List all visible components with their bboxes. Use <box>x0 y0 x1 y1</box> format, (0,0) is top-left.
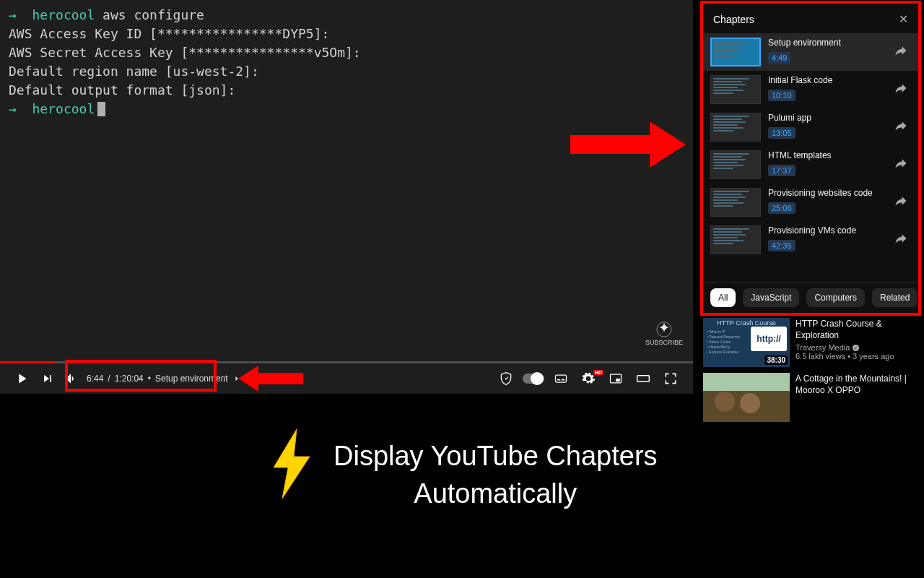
play-button[interactable] <box>9 371 35 387</box>
total-time: 1:20:04 <box>115 374 144 384</box>
shield-icon[interactable] <box>492 371 520 386</box>
chapters-title: Chapters <box>713 14 754 25</box>
prompt-user: herocool <box>32 7 95 22</box>
chapter-thumbnail <box>710 113 761 142</box>
next-button[interactable] <box>35 371 61 386</box>
terminal-cursor <box>97 102 105 116</box>
chapter-row[interactable]: Pulumi app 13:05 <box>703 108 918 146</box>
svg-rect-11 <box>703 373 790 391</box>
chapter-timestamp: 4:49 <box>768 52 790 64</box>
chapters-panel: Chapters ✕ Setup environment 4:49 Initia… <box>703 4 918 313</box>
terminal-line: AWS Secret Access Key [****************v… <box>9 43 361 62</box>
chapter-title: Pulumi app <box>768 113 886 123</box>
chapter-thumbnail <box>710 38 761 66</box>
prompt-arrow: → <box>9 7 17 22</box>
suggested-title: A Cottage in the Mountains! | Mooroo X O… <box>796 373 921 396</box>
chapter-timestamp: 42:35 <box>768 240 796 251</box>
chapter-row[interactable]: HTML templates 17:37 <box>703 146 918 184</box>
lightning-icon <box>266 428 317 509</box>
suggested-video-row[interactable]: A Cottage in the Mountains! | Mooroo X O… <box>703 373 921 422</box>
svg-rect-3 <box>562 379 565 381</box>
suggested-title: HTTP Crash Course & Exploration <box>796 318 921 341</box>
chapter-timestamp: 17:37 <box>768 165 796 176</box>
terminal-line: AWS Access Key ID [****************DYP5]… <box>9 25 361 43</box>
share-icon[interactable] <box>894 156 911 173</box>
chapter-title: Initial Flask code <box>768 75 886 85</box>
svg-rect-2 <box>557 379 560 381</box>
share-icon[interactable] <box>894 43 911 61</box>
player-controls: 6:44 / 1:20:04 • Setup environment HD <box>0 363 693 394</box>
share-icon[interactable] <box>894 231 911 249</box>
video-player-area: → herocool aws configure AWS Access Key … <box>0 0 693 394</box>
chapter-row[interactable]: Provisioning VMs code 42:35 <box>703 221 918 259</box>
prompt-user: herocool <box>32 101 95 116</box>
share-icon[interactable] <box>894 194 911 211</box>
share-icon[interactable] <box>894 81 911 98</box>
chapter-timestamp: 25:06 <box>768 202 796 214</box>
svg-point-10 <box>740 393 760 413</box>
red-arrow-left <box>238 364 303 393</box>
chapter-row[interactable]: Provisioning websites code 25:06 <box>703 184 918 221</box>
red-arrow-right <box>570 119 686 170</box>
svg-point-9 <box>715 392 735 412</box>
filter-chip[interactable]: Computers <box>806 288 865 307</box>
suggested-videos: HTTP Crash Course • What is IT • Request… <box>703 318 921 428</box>
chapter-row[interactable]: Setup environment 4:49 <box>703 33 918 71</box>
promo-text: Display YouTube Chapters Automatically <box>0 434 924 515</box>
prompt-arrow: → <box>9 101 17 116</box>
suggested-thumbnail: HTTP Crash Course • What is IT • Request… <box>703 318 790 367</box>
filter-chip[interactable]: All <box>710 288 736 307</box>
suggested-thumbnail <box>703 373 790 422</box>
terminal-line: Default output format [json]: <box>9 81 361 100</box>
chapter-thumbnail <box>710 75 761 104</box>
suggested-video-row[interactable]: HTTP Crash Course • What is IT • Request… <box>703 318 921 367</box>
chapter-thumbnail <box>710 225 761 254</box>
close-icon[interactable]: ✕ <box>899 12 908 26</box>
http-badge: http:// <box>751 327 787 351</box>
time-chapter-display[interactable]: 6:44 / 1:20:04 • Setup environment <box>81 371 247 387</box>
volume-button[interactable] <box>61 371 81 386</box>
share-icon[interactable] <box>894 118 911 136</box>
chapter-thumbnail <box>710 188 761 217</box>
suggested-meta: 6.5 lakh views • 3 years ago <box>796 352 921 361</box>
video-duration: 38:30 <box>764 355 788 365</box>
svg-rect-5 <box>616 379 620 381</box>
terminal-content: → herocool aws configure AWS Access Key … <box>9 6 361 118</box>
chapter-row[interactable]: Initial Flask code 10:10 <box>703 71 918 108</box>
chapter-timestamp: 10:10 <box>768 90 796 101</box>
svg-rect-1 <box>556 375 567 382</box>
captions-button[interactable] <box>547 371 575 386</box>
svg-rect-6 <box>637 376 650 381</box>
autoplay-toggle[interactable] <box>520 374 547 384</box>
chapter-title: Setup environment <box>768 38 886 48</box>
miniplayer-button[interactable] <box>602 371 629 386</box>
theater-button[interactable] <box>629 371 657 386</box>
verified-icon <box>852 344 860 352</box>
chapter-timestamp: 13:05 <box>768 127 796 139</box>
terminal-line: Default region name [us-west-2]: <box>9 62 361 81</box>
chapter-title: Provisioning websites code <box>768 188 886 198</box>
filter-chips-row: AllJavaScriptComputersRelated <box>703 282 918 313</box>
chapter-list[interactable]: Setup environment 4:49 Initial Flask cod… <box>703 33 918 275</box>
terminal-command: aws configure <box>103 7 204 22</box>
chapter-title: Provisioning VMs code <box>768 225 886 236</box>
fullscreen-button[interactable] <box>657 371 684 386</box>
chapter-thumbnail <box>710 150 761 179</box>
filter-chip[interactable]: Related <box>872 288 918 307</box>
chapter-title: HTML templates <box>768 150 886 160</box>
settings-button[interactable]: HD <box>575 371 602 386</box>
current-time: 6:44 <box>87 374 103 384</box>
channel-watermark[interactable]: SUBSCRIBE <box>645 322 683 346</box>
current-chapter-label: Setup environment <box>155 374 228 384</box>
suggested-channel: Traversy Media <box>796 343 921 352</box>
filter-chip[interactable]: JavaScript <box>743 288 799 307</box>
chapters-header: Chapters ✕ <box>703 4 918 33</box>
